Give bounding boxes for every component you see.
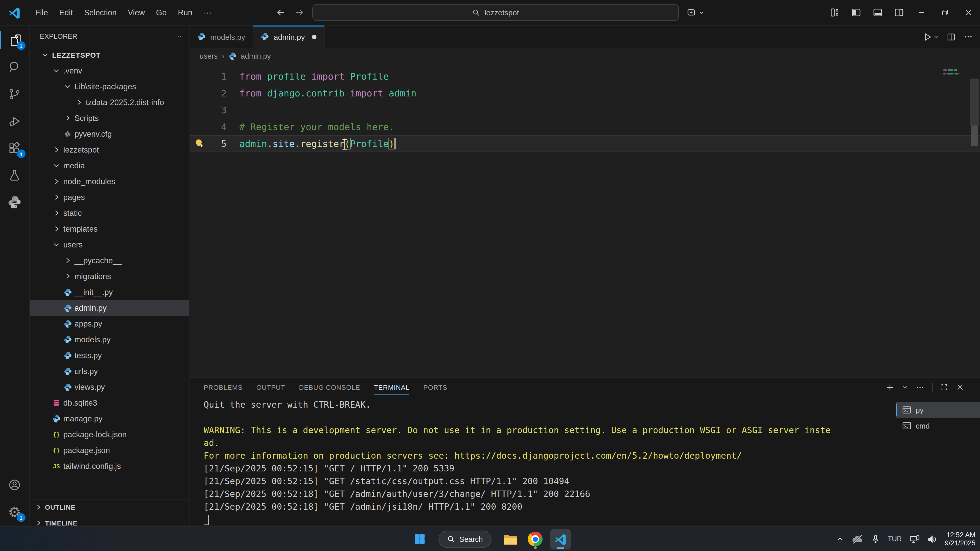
customize-layout-icon[interactable] xyxy=(824,0,845,25)
tree-item-users[interactable]: users xyxy=(30,237,189,252)
tree-item-lezzetspot[interactable]: LEZZETSPOT xyxy=(30,47,189,63)
panel-tab-terminal[interactable]: TERMINAL xyxy=(374,378,409,397)
tab-models-py[interactable]: models.py xyxy=(190,25,253,48)
panel-tab-debug-console[interactable]: DEBUG CONSOLE xyxy=(299,378,360,397)
tree-item-package-lock-json[interactable]: {}package-lock.json xyxy=(30,427,189,442)
editor-more-actions-icon[interactable] xyxy=(964,32,973,41)
start-button[interactable] xyxy=(409,529,430,549)
toggle-secondary-sidebar-icon[interactable] xyxy=(888,0,910,25)
tree-item--init-py[interactable]: __init__.py xyxy=(30,284,189,300)
explorer-more-actions-icon[interactable]: ··· xyxy=(175,32,182,40)
split-editor-icon[interactable] xyxy=(946,32,956,41)
chevron-down-icon xyxy=(51,162,62,169)
nav-back-icon[interactable] xyxy=(275,7,286,18)
activity-search[interactable] xyxy=(0,54,29,81)
network-icon[interactable] xyxy=(910,534,920,544)
tree-item-apps-py[interactable]: apps.py xyxy=(30,316,189,332)
chrome-button[interactable] xyxy=(525,529,546,549)
lightbulb-icon[interactable] xyxy=(194,138,204,148)
terminal-label: py xyxy=(916,406,924,414)
tree-item-urls-py[interactable]: urls.py xyxy=(30,363,189,379)
timeline-section[interactable]: TIMELINE xyxy=(30,515,189,526)
tree-item-node-modules[interactable]: node_modules xyxy=(30,173,189,189)
toggle-primary-sidebar-icon[interactable] xyxy=(845,0,867,25)
tree-item-label: pages xyxy=(63,192,85,202)
tree-item-pages[interactable]: pages xyxy=(30,189,189,205)
window-restore-button[interactable] xyxy=(933,0,956,25)
tree-item-package-json[interactable]: {}package.json xyxy=(30,442,189,458)
launch-profile-chevron-icon[interactable] xyxy=(902,384,908,390)
code-editor[interactable]: 1from profile import Profile2from django… xyxy=(190,64,980,377)
run-python-file-icon[interactable] xyxy=(923,32,939,41)
file-explorer-button[interactable] xyxy=(500,529,520,549)
copilot-icon[interactable] xyxy=(687,7,704,17)
tab-admin-py[interactable]: admin.py xyxy=(253,25,325,48)
menu-go[interactable]: Go xyxy=(151,5,172,20)
tree-item-tailwind-config-js[interactable]: JStailwind.config.js xyxy=(30,458,189,474)
toggle-panel-icon[interactable] xyxy=(867,0,888,25)
tree-item-manage-py[interactable]: manage.py xyxy=(30,411,189,427)
tree-item-templates[interactable]: templates xyxy=(30,221,189,237)
new-terminal-icon[interactable] xyxy=(886,383,894,392)
microphone-icon[interactable] xyxy=(871,534,880,544)
tree-item-admin-py[interactable]: admin.py xyxy=(30,300,189,316)
activity-manage[interactable]: 1 xyxy=(0,499,29,526)
vscode-button[interactable] xyxy=(550,529,571,549)
breadcrumb[interactable]: users›admin.py xyxy=(190,48,980,64)
activity-python[interactable] xyxy=(0,189,29,216)
menu-view[interactable]: View xyxy=(122,5,151,20)
code-line-2: 2from django.contrib import admin xyxy=(190,85,980,102)
onedrive-paused-icon[interactable] xyxy=(851,534,864,545)
tree-item-static[interactable]: static xyxy=(30,205,189,221)
activity-testing[interactable] xyxy=(0,162,29,189)
panel-tab-output[interactable]: OUTPUT xyxy=(256,378,285,397)
window-close-button[interactable] xyxy=(956,0,980,25)
menu-more[interactable]: ··· xyxy=(198,5,217,20)
close-panel-icon[interactable] xyxy=(956,383,964,391)
tree-item-db-sqlite3[interactable]: db.sqlite3 xyxy=(30,395,189,411)
menu-selection[interactable]: Selection xyxy=(78,5,122,20)
breadcrumb-item-users[interactable]: users xyxy=(200,52,218,60)
menu-file[interactable]: File xyxy=(30,5,54,20)
panel-tab-problems[interactable]: PROBLEMS xyxy=(204,378,243,397)
language-indicator[interactable]: TUR xyxy=(888,535,902,543)
tray-chevron-up-icon[interactable] xyxy=(837,535,844,543)
nav-forward-icon[interactable] xyxy=(294,7,305,18)
activity-source-control[interactable] xyxy=(0,81,29,108)
tree-item--pycache-[interactable]: __pycache__ xyxy=(30,252,189,268)
activity-run-and-debug[interactable] xyxy=(0,108,29,135)
tree-item--venv[interactable]: .venv xyxy=(30,63,189,79)
command-center-search[interactable]: lezzetspot xyxy=(312,4,679,21)
taskbar-search[interactable]: Search xyxy=(438,530,492,548)
outline-section[interactable]: OUTLINE xyxy=(30,499,189,515)
tree-item-tests-py[interactable]: tests.py xyxy=(30,348,189,363)
tree-item-models-py[interactable]: models.py xyxy=(30,332,189,348)
maximize-panel-icon[interactable] xyxy=(940,383,948,391)
panel-more-actions-icon[interactable] xyxy=(916,383,924,392)
volume-icon[interactable] xyxy=(928,534,937,544)
tree-item-scripts[interactable]: Scripts xyxy=(30,110,189,126)
panel-tab-ports[interactable]: PORTS xyxy=(423,378,447,397)
activity-accounts[interactable] xyxy=(0,472,29,499)
tree-item-lezzetspot[interactable]: lezzetspot xyxy=(30,142,189,158)
tree-item-migrations[interactable]: migrations xyxy=(30,268,189,284)
activity-extensions[interactable]: 4 xyxy=(0,135,29,162)
python-file-icon xyxy=(51,414,62,423)
menu-edit[interactable]: Edit xyxy=(54,5,78,20)
activity-explorer[interactable]: 1 xyxy=(0,27,29,54)
tree-item-pyvenv-cfg[interactable]: pyvenv.cfg xyxy=(30,126,189,142)
tree-item-tzdata-2025-2-dist-info[interactable]: tzdata-2025.2.dist-info xyxy=(30,94,189,110)
terminal-output[interactable]: Quit the server with CTRL-BREAK. WARNING… xyxy=(190,397,896,526)
terminal-instance-cmd[interactable]: cmd xyxy=(896,418,980,433)
python-file-icon xyxy=(197,33,206,41)
editor-scrollbar[interactable] xyxy=(969,64,980,377)
terminal-instance-py[interactable]: py xyxy=(896,402,980,418)
minimap[interactable] xyxy=(943,69,966,76)
tree-item-lib-site-packages[interactable]: Lib\site-packages xyxy=(30,79,189,94)
menu-run[interactable]: Run xyxy=(172,5,198,20)
tree-item-media[interactable]: media xyxy=(30,158,189,173)
window-minimize-button[interactable] xyxy=(910,0,933,25)
tree-item-views-py[interactable]: views.py xyxy=(30,379,189,395)
tray-clock[interactable]: 12:52 AM 9/21/2025 xyxy=(945,531,975,547)
breadcrumb-item-admin-py[interactable]: admin.py xyxy=(241,52,271,60)
